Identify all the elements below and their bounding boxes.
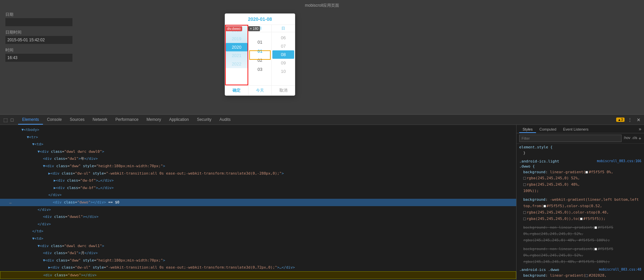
devtools-tabs: Elements Console Sources Network Perform… xyxy=(18,115,235,125)
style-block-android-ics2: .android-ics .dwwo mobiscroll_003.css:48… xyxy=(519,268,641,279)
datepicker-columns: 2018 2019 2020 2021 2022 月 01 01 02 03 xyxy=(225,25,295,85)
tree-line[interactable]: ▼<div class="dww" style="height:180px;mi… xyxy=(0,257,516,264)
year-item-2020[interactable]: 2020 xyxy=(226,43,248,51)
tree-line[interactable]: </div> xyxy=(0,191,516,199)
tab-application[interactable]: Application xyxy=(165,115,193,125)
tree-line[interactable]: ▼<td> xyxy=(0,235,516,242)
tab-computed[interactable]: Computed xyxy=(536,126,560,133)
tree-line[interactable]: <div class="dw1">月</div> xyxy=(0,249,516,257)
datepicker-header: 2020-01-08 xyxy=(225,14,295,25)
year-scroll[interactable]: 2018 2019 2020 2021 2022 xyxy=(225,25,248,68)
tab-sources[interactable]: Sources xyxy=(66,115,89,125)
time-input[interactable] xyxy=(5,54,72,62)
styles-overflow-btn[interactable]: » xyxy=(639,126,641,133)
day-scroll[interactable]: 06 07 08 09 10 xyxy=(272,32,295,85)
devtools-close-btn[interactable]: ✕ xyxy=(635,116,642,123)
style-rule-strike3: background: non linear-gradient(#f5f5f5 … xyxy=(519,246,641,259)
datetime-field-group: 日期时间 xyxy=(5,30,639,44)
tree-line[interactable]: ▼<tr> xyxy=(0,134,516,141)
devtools-right-icons: ▲3 ⋮ ✕ xyxy=(616,116,642,123)
tree-line[interactable]: ▼<tbody> xyxy=(0,126,516,134)
tree-line[interactable]: ▶<div class="dw-bf">…</div> xyxy=(0,184,516,192)
tree-line-yellow[interactable]: <div class="dwwo"></div> xyxy=(0,271,516,279)
year-item-2019[interactable]: 2019 xyxy=(225,35,248,43)
month-column[interactable]: 月 01 01 02 03 xyxy=(249,25,272,85)
style-selector-android2: .android-ics .dwwo mobiscroll_003.css:48 xyxy=(519,268,641,272)
tree-line[interactable]: ▶<div class="dw-ul" style="-webkit-trans… xyxy=(0,170,516,177)
html-tree[interactable]: ▼<tbody> ▼<tr> ▼<td> ▼<div class="dwwl d… xyxy=(0,125,517,280)
tree-line[interactable]: </div> xyxy=(0,221,516,228)
style-block-strikethrough1: background: non linear-gradient(#f5f5f5 … xyxy=(519,225,641,243)
style-source-link[interactable]: mobiscroll_003.css:166 xyxy=(597,159,641,163)
day-item-07[interactable]: 07 xyxy=(272,42,295,50)
datepicker-cancel-btn[interactable]: 取消 xyxy=(272,86,295,95)
tab-elements[interactable]: Elements xyxy=(18,115,43,125)
year-item-2022[interactable]: 2022 xyxy=(225,60,248,68)
day-item-06[interactable]: 06 xyxy=(272,34,295,42)
day-column[interactable]: 日 06 07 08 09 10 xyxy=(272,25,295,85)
day-item-08[interactable]: 08 xyxy=(272,50,294,59)
month-item-02[interactable]: 02 xyxy=(249,56,272,65)
style-source-link2[interactable]: mobiscroll_003.css:48 xyxy=(599,268,641,271)
tree-line[interactable]: ▼<td> xyxy=(0,141,516,148)
devtools-cursor-btn[interactable]: ⬚ xyxy=(2,116,9,123)
month-item-01-selected[interactable]: 01 xyxy=(249,47,272,56)
tab-event-listeners[interactable]: Event Listeners xyxy=(560,126,592,133)
month-item-03[interactable]: 03 xyxy=(249,65,272,74)
tree-line[interactable]: <div class="dw1">年</div> xyxy=(0,155,516,162)
datepicker-popup: 2020-01-08 2018 2019 2020 2021 2022 月 xyxy=(225,13,295,96)
plus-btn[interactable]: + xyxy=(639,136,641,141)
tab-audits[interactable]: Audits xyxy=(215,115,234,125)
datetime-label: 日期时间 xyxy=(5,30,639,35)
tree-line[interactable]: <div class="dwwol"></div> xyxy=(0,213,516,221)
datepicker-today-btn[interactable]: 今天 xyxy=(249,86,272,95)
time-label: 时间 xyxy=(5,47,639,53)
main-area: mobiscroll应用页面 日期 日期时间 时间 2020-01-08 201… xyxy=(0,0,644,114)
tab-memory[interactable]: Memory xyxy=(143,115,165,125)
style-block-element: element.style { } xyxy=(519,145,641,156)
devtools-inspect-btn[interactable]: □ xyxy=(9,116,15,123)
style-rule-strike1: background: non linear-gradient(#f5f5f5 … xyxy=(519,225,641,237)
date-label: 日期 xyxy=(5,12,639,17)
time-field-group: 时间 xyxy=(5,47,639,62)
tree-line[interactable]: ▶<div class="dw-bf">…</div> xyxy=(0,177,516,184)
month-scroll[interactable]: 01 01 02 03 xyxy=(249,32,272,85)
day-header: 日 xyxy=(272,25,295,32)
hov-btn[interactable]: :hov xyxy=(624,136,631,141)
style-block-strikethrough2: background: non linear-gradient(#f5f5f5 … xyxy=(519,246,641,265)
tree-line[interactable]: </div> xyxy=(0,206,516,214)
tree-line[interactable]: ▼<div class="dwwl dwrc dwwl0"> xyxy=(0,148,516,155)
page-title: mobiscroll应用页面 xyxy=(5,3,639,8)
datetime-input[interactable] xyxy=(5,36,72,44)
devtools-toolbar-icons: ⬚ □ xyxy=(2,116,15,123)
tab-console[interactable]: Console xyxy=(43,115,66,125)
styles-filter-input[interactable] xyxy=(519,135,622,142)
datepicker-confirm-btn[interactable]: 确定 xyxy=(225,86,249,95)
style-block-webkit: background: -webkit-gradient(linear,left… xyxy=(519,197,641,222)
tree-line[interactable]: </td> xyxy=(0,228,516,235)
tree-line[interactable]: ▼<div class="dww" style="height:180px;mi… xyxy=(0,162,516,170)
tree-line-highlighted[interactable]: … <div class="dwwo"></div> == $0 xyxy=(0,199,516,206)
style-block-android-ics: .android-ics.light mobiscroll_003.css:16… xyxy=(519,159,641,194)
tab-performance[interactable]: Performance xyxy=(111,115,143,125)
style-rule-webkit2: rgba(245,245,245,0)),color-stop(0.48, xyxy=(519,209,641,216)
tree-line[interactable]: ▶<div class="dw-ul" style="-webkit-trans… xyxy=(0,264,516,271)
tab-security[interactable]: Security xyxy=(193,115,215,125)
date-field-group: 日期 xyxy=(5,12,639,26)
month-item-blank[interactable] xyxy=(249,34,272,38)
day-item-10[interactable]: 10 xyxy=(272,67,295,76)
tab-styles[interactable]: Styles xyxy=(519,126,536,133)
style-rule-bg2: rgba(245,245,245,0) 52%, xyxy=(519,175,641,182)
date-input[interactable] xyxy=(5,18,72,26)
year-item-2021[interactable]: 2021 xyxy=(225,51,248,60)
cls-btn[interactable]: .cls xyxy=(632,136,637,141)
devtools-content: ▼<tbody> ▼<tr> ▼<td> ▼<div class="dwwl d… xyxy=(0,125,644,280)
tab-network[interactable]: Network xyxy=(89,115,111,125)
tree-line[interactable]: ▼<div class="dwwl dwrc dwwl1"> xyxy=(0,242,516,250)
year-column[interactable]: 2018 2019 2020 2021 2022 xyxy=(225,25,248,68)
style-rule-strike4: rgba(245,245,245,0) 48%, #f5f5f5 100%); xyxy=(519,259,641,265)
month-item-01[interactable]: 01 xyxy=(249,38,272,47)
devtools-settings-btn[interactable]: ⋮ xyxy=(627,116,633,123)
day-item-09[interactable]: 09 xyxy=(272,59,295,67)
styles-panel: Styles Computed Event Listeners » :hov .… xyxy=(517,125,644,280)
